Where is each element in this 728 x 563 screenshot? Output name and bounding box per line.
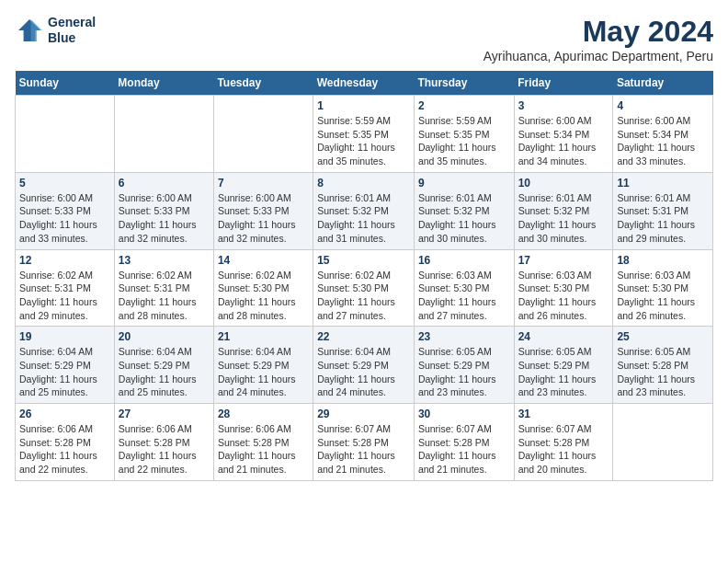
logo-line1: General: [48, 15, 96, 29]
calendar-cell: 23Sunrise: 6:05 AM Sunset: 5:29 PM Dayli…: [414, 327, 514, 404]
day-number: 11: [617, 177, 709, 190]
day-number: 6: [119, 177, 210, 190]
calendar-cell: 18Sunrise: 6:03 AM Sunset: 5:30 PM Dayli…: [613, 249, 713, 327]
calendar-cell: 28Sunrise: 6:06 AM Sunset: 5:28 PM Dayli…: [213, 404, 313, 481]
calendar-cell: [613, 404, 713, 481]
day-info: Sunrise: 6:04 AM Sunset: 5:29 PM Dayligh…: [218, 345, 309, 399]
day-info: Sunrise: 5:59 AM Sunset: 5:35 PM Dayligh…: [418, 114, 510, 168]
calendar-cell: 26Sunrise: 6:06 AM Sunset: 5:28 PM Dayli…: [16, 404, 115, 481]
main-title: May 2024: [483, 15, 713, 49]
day-info: Sunrise: 6:02 AM Sunset: 5:30 PM Dayligh…: [218, 269, 309, 323]
day-number: 10: [518, 177, 609, 190]
day-number: 29: [317, 408, 410, 420]
day-number: 9: [418, 177, 510, 190]
calendar-cell: 14Sunrise: 6:02 AM Sunset: 5:30 PM Dayli…: [213, 249, 313, 327]
day-info: Sunrise: 6:01 AM Sunset: 5:32 PM Dayligh…: [518, 191, 609, 246]
day-info: Sunrise: 6:07 AM Sunset: 5:28 PM Dayligh…: [317, 422, 410, 477]
header: General Blue May 2024 Ayrihuanca, Apurim…: [15, 15, 713, 63]
day-header-tuesday: Tuesday: [213, 71, 313, 96]
week-row-0: 1Sunrise: 5:59 AM Sunset: 5:35 PM Daylig…: [16, 96, 713, 173]
day-number: 31: [518, 408, 609, 420]
logo: General Blue: [15, 15, 96, 46]
day-header-sunday: Sunday: [16, 71, 115, 96]
day-info: Sunrise: 6:04 AM Sunset: 5:29 PM Dayligh…: [317, 345, 410, 399]
calendar-cell: 19Sunrise: 6:04 AM Sunset: 5:29 PM Dayli…: [16, 327, 115, 404]
day-info: Sunrise: 6:00 AM Sunset: 5:33 PM Dayligh…: [218, 191, 309, 246]
day-number: 24: [518, 330, 609, 343]
day-number: 13: [119, 254, 210, 267]
day-info: Sunrise: 6:04 AM Sunset: 5:29 PM Dayligh…: [19, 345, 110, 399]
day-info: Sunrise: 6:02 AM Sunset: 5:31 PM Dayligh…: [119, 269, 210, 323]
calendar-table: SundayMondayTuesdayWednesdayThursdayFrid…: [15, 71, 713, 481]
calendar-cell: 20Sunrise: 6:04 AM Sunset: 5:29 PM Dayli…: [114, 327, 213, 404]
day-header-wednesday: Wednesday: [313, 71, 415, 96]
calendar-cell: 3Sunrise: 6:00 AM Sunset: 5:34 PM Daylig…: [514, 96, 613, 173]
day-info: Sunrise: 6:00 AM Sunset: 5:34 PM Dayligh…: [617, 114, 709, 168]
calendar-cell: 9Sunrise: 6:01 AM Sunset: 5:32 PM Daylig…: [414, 172, 514, 249]
calendar-cell: 15Sunrise: 6:02 AM Sunset: 5:30 PM Dayli…: [313, 249, 415, 327]
day-header-monday: Monday: [114, 71, 213, 96]
day-number: 20: [119, 330, 210, 343]
day-number: 18: [617, 254, 709, 267]
day-header-thursday: Thursday: [414, 71, 514, 96]
day-info: Sunrise: 6:00 AM Sunset: 5:33 PM Dayligh…: [19, 191, 110, 246]
day-number: 1: [317, 99, 410, 112]
day-number: 30: [418, 408, 510, 420]
week-row-3: 19Sunrise: 6:04 AM Sunset: 5:29 PM Dayli…: [16, 327, 713, 404]
calendar-cell: [213, 96, 313, 173]
calendar-cell: 29Sunrise: 6:07 AM Sunset: 5:28 PM Dayli…: [313, 404, 415, 481]
day-info: Sunrise: 6:04 AM Sunset: 5:29 PM Dayligh…: [119, 345, 210, 399]
day-info: Sunrise: 6:03 AM Sunset: 5:30 PM Dayligh…: [418, 269, 510, 323]
day-number: 15: [317, 254, 410, 267]
day-number: 12: [19, 254, 110, 267]
calendar-cell: 11Sunrise: 6:01 AM Sunset: 5:31 PM Dayli…: [613, 172, 713, 249]
calendar-cell: 6Sunrise: 6:00 AM Sunset: 5:33 PM Daylig…: [114, 172, 213, 249]
day-info: Sunrise: 6:06 AM Sunset: 5:28 PM Dayligh…: [218, 422, 309, 477]
day-number: 16: [418, 254, 510, 267]
week-row-1: 5Sunrise: 6:00 AM Sunset: 5:33 PM Daylig…: [16, 172, 713, 249]
day-info: Sunrise: 6:07 AM Sunset: 5:28 PM Dayligh…: [518, 422, 609, 477]
day-info: Sunrise: 6:02 AM Sunset: 5:30 PM Dayligh…: [317, 269, 410, 323]
day-info: Sunrise: 6:06 AM Sunset: 5:28 PM Dayligh…: [19, 422, 110, 477]
day-info: Sunrise: 6:07 AM Sunset: 5:28 PM Dayligh…: [418, 422, 510, 477]
day-info: Sunrise: 6:00 AM Sunset: 5:34 PM Dayligh…: [518, 114, 609, 168]
calendar-cell: 22Sunrise: 6:04 AM Sunset: 5:29 PM Dayli…: [313, 327, 415, 404]
calendar-cell: 30Sunrise: 6:07 AM Sunset: 5:28 PM Dayli…: [414, 404, 514, 481]
day-info: Sunrise: 6:01 AM Sunset: 5:32 PM Dayligh…: [317, 191, 410, 246]
day-number: 5: [19, 177, 110, 190]
calendar-cell: 5Sunrise: 6:00 AM Sunset: 5:33 PM Daylig…: [16, 172, 115, 249]
title-area: May 2024 Ayrihuanca, Apurimac Department…: [483, 15, 713, 63]
day-number: 19: [19, 330, 110, 343]
calendar-cell: 21Sunrise: 6:04 AM Sunset: 5:29 PM Dayli…: [213, 327, 313, 404]
day-info: Sunrise: 6:01 AM Sunset: 5:32 PM Dayligh…: [418, 191, 510, 246]
day-info: Sunrise: 5:59 AM Sunset: 5:35 PM Dayligh…: [317, 114, 410, 168]
day-header-friday: Friday: [514, 71, 613, 96]
day-header-saturday: Saturday: [613, 71, 713, 96]
calendar-cell: 16Sunrise: 6:03 AM Sunset: 5:30 PM Dayli…: [414, 249, 514, 327]
logo-line2: Blue: [48, 30, 75, 45]
day-info: Sunrise: 6:05 AM Sunset: 5:29 PM Dayligh…: [518, 345, 609, 399]
day-number: 7: [218, 177, 309, 190]
day-number: 8: [317, 177, 410, 190]
logo-text: General Blue: [48, 15, 96, 46]
day-number: 28: [218, 408, 309, 420]
day-number: 25: [617, 330, 709, 343]
calendar-cell: 1Sunrise: 5:59 AM Sunset: 5:35 PM Daylig…: [313, 96, 415, 173]
calendar-cell: 31Sunrise: 6:07 AM Sunset: 5:28 PM Dayli…: [514, 404, 613, 481]
day-number: 26: [19, 408, 110, 420]
day-number: 27: [119, 408, 210, 420]
calendar-cell: [16, 96, 115, 173]
svg-marker-1: [31, 19, 42, 41]
calendar-cell: 17Sunrise: 6:03 AM Sunset: 5:30 PM Dayli…: [514, 249, 613, 327]
subtitle: Ayrihuanca, Apurimac Department, Peru: [483, 49, 713, 63]
calendar-cell: 2Sunrise: 5:59 AM Sunset: 5:35 PM Daylig…: [414, 96, 514, 173]
week-row-4: 26Sunrise: 6:06 AM Sunset: 5:28 PM Dayli…: [16, 404, 713, 481]
day-info: Sunrise: 6:02 AM Sunset: 5:31 PM Dayligh…: [19, 269, 110, 323]
day-info: Sunrise: 6:03 AM Sunset: 5:30 PM Dayligh…: [518, 269, 609, 323]
logo-icon: [15, 16, 44, 45]
day-number: 22: [317, 330, 410, 343]
calendar-cell: 10Sunrise: 6:01 AM Sunset: 5:32 PM Dayli…: [514, 172, 613, 249]
calendar-cell: 27Sunrise: 6:06 AM Sunset: 5:28 PM Dayli…: [114, 404, 213, 481]
day-info: Sunrise: 6:06 AM Sunset: 5:28 PM Dayligh…: [119, 422, 210, 477]
calendar-cell: 24Sunrise: 6:05 AM Sunset: 5:29 PM Dayli…: [514, 327, 613, 404]
